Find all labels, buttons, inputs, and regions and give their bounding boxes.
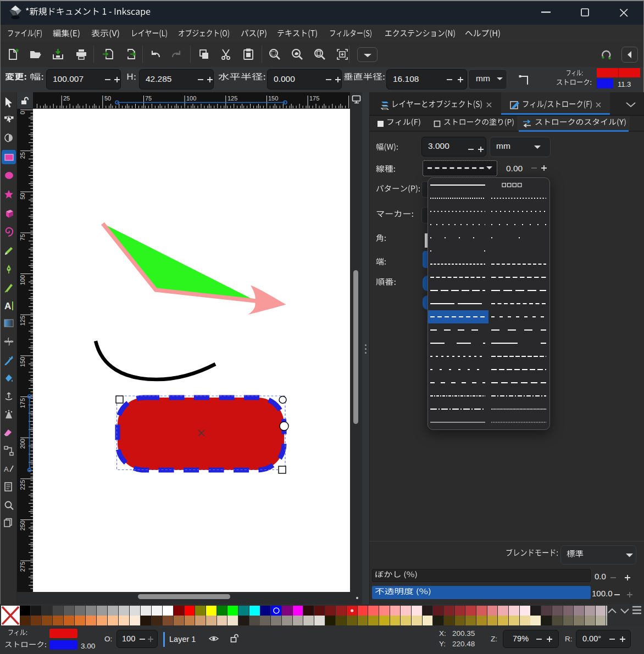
svg-text:275: 275 — [19, 562, 26, 572]
svg-text:125: 125 — [227, 95, 237, 102]
svg-text:A: A — [4, 465, 9, 473]
svg-text:175: 175 — [19, 398, 26, 408]
svg-text:150: 150 — [19, 357, 26, 367]
svg-text:50: 50 — [19, 193, 26, 199]
svg-text:175: 175 — [309, 95, 319, 102]
svg-text:0: 0 — [19, 111, 26, 114]
svg-text:100: 100 — [19, 275, 26, 285]
svg-text:A: A — [4, 301, 11, 311]
svg-text:225: 225 — [19, 480, 26, 490]
svg-text:100: 100 — [186, 95, 196, 102]
svg-text:25: 25 — [19, 152, 26, 159]
svg-text:200: 200 — [19, 439, 26, 449]
svg-text:150: 150 — [268, 95, 278, 102]
svg-text:250: 250 — [19, 521, 26, 530]
svg-text:50: 50 — [104, 95, 111, 102]
svg-text:75: 75 — [19, 234, 26, 241]
svg-text:125: 125 — [19, 316, 26, 326]
svg-text:75: 75 — [145, 95, 152, 102]
svg-text:25: 25 — [63, 95, 70, 102]
